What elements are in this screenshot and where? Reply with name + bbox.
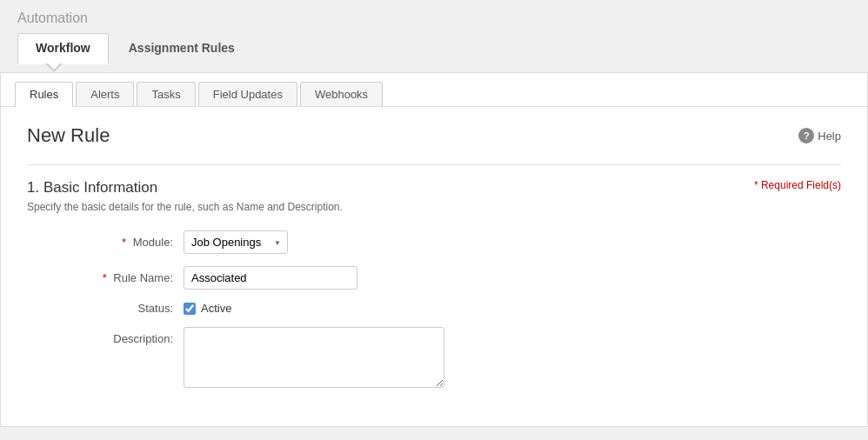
content-area: Rules Alerts Tasks Field Updates Webhook… xyxy=(0,72,868,427)
module-dropdown[interactable]: Job Openings xyxy=(184,230,288,254)
sub-tab-field-updates[interactable]: Field Updates xyxy=(198,82,297,106)
help-link[interactable]: ? Help xyxy=(798,128,841,143)
module-dropdown-wrapper: Job Openings xyxy=(184,230,288,254)
module-row: * Module: Job Openings xyxy=(27,230,841,254)
status-checkbox-wrapper: Active xyxy=(184,302,231,315)
status-checkbox-label: Active xyxy=(201,302,231,315)
main-nav-tab-assignment-rules[interactable]: Assignment Rules xyxy=(110,33,253,63)
top-header: Automation Workflow Assignment Rules xyxy=(0,0,868,63)
basic-info-section: 1. Basic Information Specify the basic d… xyxy=(27,164,841,388)
module-label: * Module: xyxy=(27,236,184,249)
sub-tab-alerts[interactable]: Alerts xyxy=(76,82,134,106)
sub-tab-rules[interactable]: Rules xyxy=(15,82,73,107)
status-control: Active xyxy=(184,302,231,315)
module-required-star: * xyxy=(122,236,126,249)
sub-tabs: Rules Alerts Tasks Field Updates Webhook… xyxy=(1,73,867,107)
page-title-row: New Rule ? Help xyxy=(27,124,841,147)
description-row: Description: xyxy=(27,327,841,388)
section-header: 1. Basic Information Specify the basic d… xyxy=(27,179,841,213)
section-desc: Specify the basic details for the rule, … xyxy=(27,201,343,213)
help-label: Help xyxy=(818,130,841,143)
rule-name-input[interactable] xyxy=(184,266,357,290)
main-nav-tab-workflow[interactable]: Workflow xyxy=(17,33,109,63)
rule-name-row: * Rule Name: xyxy=(27,266,841,290)
nav-arrow xyxy=(45,63,63,72)
section-title: 1. Basic Information xyxy=(27,179,343,197)
required-note: * Required Field(s) xyxy=(754,179,841,191)
status-label: Status: xyxy=(27,302,184,315)
sub-tab-tasks[interactable]: Tasks xyxy=(137,82,195,106)
app-title: Automation xyxy=(17,10,851,26)
section-title-group: 1. Basic Information Specify the basic d… xyxy=(27,179,343,213)
sub-tab-webhooks[interactable]: Webhooks xyxy=(300,82,383,106)
page-title: New Rule xyxy=(27,124,110,147)
help-icon: ? xyxy=(798,128,814,143)
rule-name-label: * Rule Name: xyxy=(27,271,184,284)
module-control: Job Openings xyxy=(184,230,288,254)
status-checkbox[interactable] xyxy=(184,303,196,315)
form-content: New Rule ? Help 1. Basic Information Spe… xyxy=(1,107,867,426)
status-row: Status: Active xyxy=(27,302,841,315)
description-textarea[interactable] xyxy=(184,327,444,388)
description-label: Description: xyxy=(27,327,184,345)
rule-name-required-star: * xyxy=(103,271,107,284)
rule-name-control xyxy=(184,266,357,290)
main-nav: Workflow Assignment Rules xyxy=(17,33,851,63)
description-control xyxy=(184,327,444,388)
